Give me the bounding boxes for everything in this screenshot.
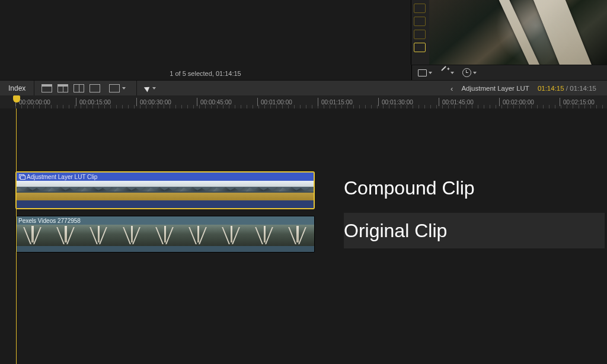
clock-icon <box>462 68 471 77</box>
video-content <box>497 0 541 65</box>
ruler-track[interactable]: 00:00:00:0000:00:15:0000:00:30:0000:00:4… <box>15 95 607 108</box>
chevron-down-icon <box>473 72 477 74</box>
current-time: 01:14:15 <box>538 85 564 92</box>
rgb-parade-icon[interactable] <box>414 43 426 52</box>
index-button[interactable]: Index <box>0 81 34 96</box>
chevron-down-icon <box>429 72 432 74</box>
original-clip-thumbnails <box>16 225 314 246</box>
insert-clip-icon[interactable] <box>57 84 68 92</box>
retime-menu-button[interactable] <box>462 68 477 77</box>
compound-clip-thumbnails <box>17 181 314 200</box>
select-tool-button[interactable] <box>136 81 164 96</box>
overwrite-clip-icon[interactable] <box>90 84 100 92</box>
video-content <box>533 0 592 65</box>
timeline-history-back-button[interactable]: ‹ <box>451 84 453 93</box>
ruler-mark: 00:01:00:00 <box>257 95 292 108</box>
histogram-icon[interactable] <box>414 30 426 39</box>
waveform-icon[interactable] <box>414 4 426 13</box>
ruler-mark: 00:01:45:00 <box>439 95 474 108</box>
timecode-separator: / <box>564 85 570 92</box>
viewer-video[interactable] <box>429 0 607 65</box>
ruler-mark: 00:01:30:00 <box>378 95 413 108</box>
compound-clip[interactable]: Adjustment Layer LUT Clip <box>15 171 315 209</box>
chevron-down-icon <box>451 72 454 74</box>
clip-appearance-group <box>34 81 136 96</box>
original-clip-audio[interactable] <box>16 246 314 253</box>
ruler-mark: 00:00:45:00 <box>197 95 232 108</box>
browser-and-viewer-area: 1 of 5 selected, 01:14:15 <box>0 0 607 80</box>
pointer-icon <box>144 85 151 92</box>
compound-clip-audio[interactable] <box>17 200 314 209</box>
ruler-mark: 00:00:30:00 <box>136 95 171 108</box>
annotation-compound: Compound Clip <box>344 170 605 206</box>
playhead-head[interactable] <box>13 95 20 103</box>
compound-clip-icon <box>19 174 24 180</box>
duration-time: 01:14:15 <box>570 85 596 92</box>
viewer-toolbar <box>411 65 607 80</box>
browser-status-text: 1 of 5 selected, 01:14:15 <box>0 70 411 77</box>
original-clip-title: Pexels Videos 2772958 <box>18 218 81 224</box>
view-options-button[interactable] <box>418 69 432 76</box>
chevron-down-icon <box>122 87 126 90</box>
enhance-menu-button[interactable] <box>440 69 454 77</box>
timeline-body[interactable]: Adjustment Layer LUT Clip Pexels Videos … <box>0 108 607 364</box>
chevron-down-icon <box>152 87 156 90</box>
original-clip[interactable]: Pexels Videos 2772958 <box>15 216 315 253</box>
connect-clip-icon[interactable] <box>41 84 52 92</box>
viewer-panel <box>411 0 607 65</box>
timecode-display[interactable]: 01:14:15 / 01:14:15 <box>538 85 596 92</box>
ruler-mark: 00:02:00:00 <box>499 95 534 108</box>
ruler-mark: 00:00:00:00 <box>15 95 50 108</box>
playhead-line[interactable] <box>16 108 17 364</box>
compound-clip-title: Adjustment Layer LUT Clip <box>27 174 97 180</box>
ruler-mark: 00:01:15:00 <box>318 95 353 108</box>
original-clip-header: Pexels Videos 2772958 <box>16 216 314 225</box>
annotation-original: Original Clip <box>344 213 605 248</box>
sequence-name[interactable]: Adjustment Layer LUT <box>461 85 529 92</box>
timeline-toolbar: Index ‹ Adjustment Layer LUT 01:14:15 / … <box>0 80 607 97</box>
clip-appearance-menu[interactable] <box>106 81 129 96</box>
rectangle-icon <box>418 69 427 76</box>
magic-wand-icon <box>440 69 449 77</box>
appearance-icon <box>109 84 120 92</box>
ruler-mark: 00:02:15:00 <box>560 95 595 108</box>
viewer-tool-strip <box>411 0 429 65</box>
vectorscope-icon[interactable] <box>414 17 426 26</box>
append-clip-icon[interactable] <box>74 84 84 92</box>
ruler-mark: 00:00:15:00 <box>76 95 111 108</box>
timeline-toolbar-right: ‹ Adjustment Layer LUT 01:14:15 / 01:14:… <box>451 84 607 93</box>
compound-clip-header: Adjustment Layer LUT Clip <box>17 173 314 181</box>
timeline-ruler[interactable]: 00:00:00:0000:00:15:0000:00:30:0000:00:4… <box>0 95 607 109</box>
